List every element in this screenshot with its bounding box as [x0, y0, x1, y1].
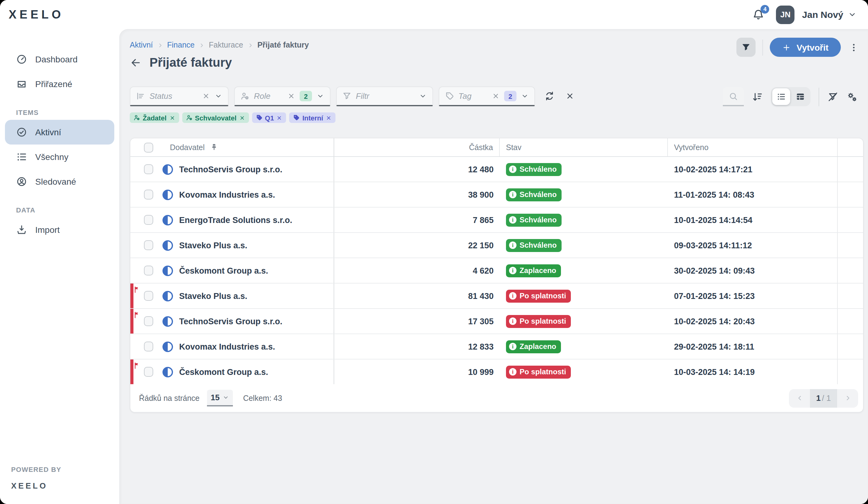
current-page: 1 [816, 393, 820, 403]
sidebar-item-vsechny[interactable]: Všechny [5, 145, 114, 169]
filter-button[interactable] [737, 38, 756, 57]
filter-dropdown-label: Filtr [356, 92, 415, 101]
info-icon: i [509, 191, 516, 198]
table-row[interactable]: Kovomax Industries a.s.12 833iZaplaceno2… [130, 334, 863, 359]
row-checkbox[interactable] [144, 316, 153, 326]
user-name: Jan Nový [802, 9, 843, 20]
user-circle-icon [16, 176, 27, 187]
clear-filter-icon[interactable] [287, 92, 295, 100]
clear-filter-icon[interactable] [492, 92, 500, 100]
column-header-amount: Částka [334, 138, 500, 156]
filter-dropdown-role[interactable]: Role2 [234, 86, 331, 106]
sidebar-item-label: Všechny [35, 152, 68, 162]
sidebar: DashboardPřiřazenéITEMSAktivníVšechnySle… [0, 29, 119, 504]
status-badge: iZaplaceno [506, 340, 561, 353]
status-label: Po splatnosti [519, 317, 566, 326]
row-extra-cell [838, 233, 863, 258]
filter-dropdown-label: Role [254, 92, 283, 101]
status-badge: iPo splatnosti [506, 315, 571, 328]
filter-dropdown-status[interactable]: Status [130, 86, 229, 106]
table-row[interactable]: Českomont Group a.s.10 999iPo splatnosti… [130, 359, 863, 384]
sidebar-item-import[interactable]: Import [5, 218, 114, 242]
row-extra-cell [838, 359, 863, 384]
funnel-slash-button[interactable] [827, 91, 838, 102]
funnel-icon [742, 43, 751, 52]
filter-chip-label: Q1 [265, 114, 274, 122]
breadcrumb-item-finance[interactable]: Finance [167, 41, 195, 50]
row-checkbox[interactable] [144, 291, 153, 301]
sidebar-item-aktivni[interactable]: Aktivní [5, 120, 114, 145]
created-date: 11-01-2025 14: 08:43 [668, 182, 838, 207]
row-checkbox[interactable] [144, 215, 153, 225]
filter-chip-label: Žadatel [143, 114, 166, 122]
select-all-checkbox[interactable] [144, 143, 153, 152]
list-view-button[interactable] [772, 88, 790, 105]
prev-page-button[interactable] [789, 389, 810, 407]
notifications-button[interactable]: 4 [753, 8, 765, 21]
amount-value: 81 430 [334, 284, 500, 308]
column-header-created: Vytvořeno [668, 138, 838, 156]
supplier-avatar-icon [163, 367, 173, 377]
table-row[interactable]: Kovomax Industries a.s.38 900iSchváleno1… [130, 182, 863, 208]
sidebar-item-sledovane[interactable]: Sledované [5, 169, 114, 194]
remove-chip-icon[interactable] [326, 115, 332, 121]
table-row[interactable]: Staveko Plus a.s.22 150iSchváleno09-03-2… [130, 233, 863, 258]
status-label: Schváleno [519, 216, 557, 224]
status-label: Schváleno [519, 241, 557, 250]
import-icon [16, 224, 27, 235]
chevron-down-icon [521, 92, 529, 100]
sidebar-item-label: Import [35, 225, 60, 235]
column-header-supplier: Dodavatel [170, 143, 205, 151]
status-label: Schváleno [519, 165, 557, 174]
user-menu[interactable]: Jan Nový [802, 9, 857, 20]
app-window: XEELO 4 JN Jan Nový DashboardPřiřazenéIT… [0, 0, 868, 504]
filter-bar: StatusRole2FiltrTag2 [130, 86, 864, 107]
notification-count-badge: 4 [761, 4, 769, 13]
user-avatar[interactable]: JN [776, 5, 795, 24]
row-checkbox[interactable] [144, 164, 153, 174]
rows-per-page-select[interactable]: 15 [207, 390, 233, 407]
search-button[interactable] [723, 87, 744, 106]
filter-dropdown-label: Status [149, 92, 198, 101]
settings-gears-button[interactable] [846, 91, 858, 102]
table-row[interactable]: Českomont Group a.s.4 620iZaplaceno30-02… [130, 258, 863, 284]
row-extra-cell [838, 284, 863, 308]
filter-dropdown-filtr[interactable]: Filtr [336, 86, 433, 106]
flag-icon [133, 286, 141, 293]
kebab-menu-button[interactable] [849, 42, 859, 52]
remove-chip-icon[interactable] [169, 115, 175, 121]
remove-chip-icon[interactable] [277, 115, 283, 121]
pin-icon[interactable] [210, 143, 218, 151]
remove-chip-icon[interactable] [239, 115, 245, 121]
refresh-button[interactable] [544, 91, 555, 101]
create-button[interactable]: Vytvořit [770, 38, 841, 57]
supplier-avatar-icon [163, 341, 173, 352]
next-page-button[interactable] [837, 389, 858, 407]
sort-button[interactable] [752, 91, 763, 102]
sidebar-item-dashboard[interactable]: Dashboard [5, 47, 114, 72]
filter-chip-zadatel: Žadatel [130, 113, 179, 123]
clear-all-filters-button[interactable] [565, 92, 575, 101]
table-row[interactable]: EnergoTrade Solutions s.r.o.7 865iSchvál… [130, 208, 863, 233]
created-date: 29-02-2025 14: 18:11 [668, 334, 838, 359]
sidebar-item-prirazene[interactable]: Přiřazené [5, 72, 114, 96]
clear-filter-icon[interactable] [202, 92, 210, 100]
breadcrumb-item-aktivni[interactable]: Aktivní [130, 41, 153, 50]
row-checkbox[interactable] [144, 240, 153, 250]
row-checkbox[interactable] [144, 367, 153, 377]
gauge-icon [16, 54, 27, 65]
amount-value: 22 150 [334, 233, 500, 258]
chevron-right-icon [157, 42, 163, 49]
table-row[interactable]: TechnoServis Group s.r.o.12 480iSchválen… [130, 157, 863, 182]
table-row[interactable]: Staveko Plus a.s.81 430iPo splatnosti07-… [130, 284, 863, 309]
row-extra-cell [838, 334, 863, 359]
row-checkbox[interactable] [144, 342, 153, 351]
row-checkbox[interactable] [144, 265, 153, 275]
check-circle-icon [16, 127, 27, 138]
filter-dropdown-tag[interactable]: Tag2 [438, 86, 535, 106]
table-view-button[interactable] [792, 88, 809, 105]
row-checkbox[interactable] [144, 190, 153, 200]
sidebar-item-label: Aktivní [35, 127, 61, 137]
back-button[interactable] [130, 56, 142, 68]
table-row[interactable]: TechnoServis Group s.r.o.17 305iPo splat… [130, 309, 863, 334]
